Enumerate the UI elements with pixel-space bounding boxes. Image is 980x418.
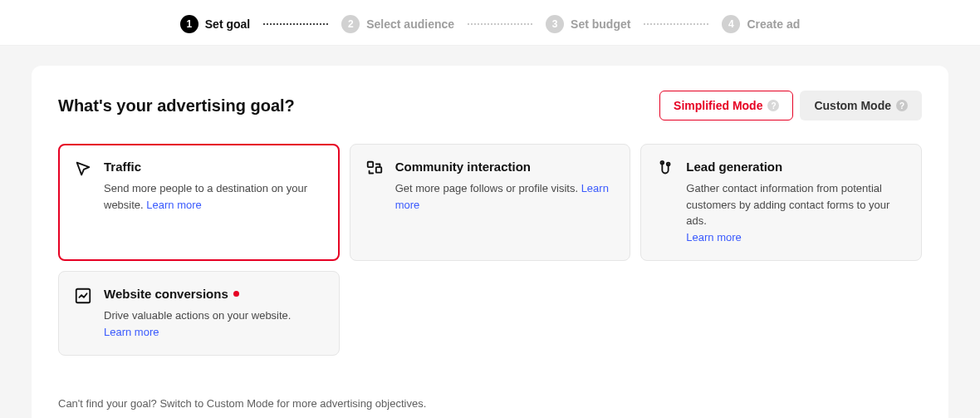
conversions-icon bbox=[74, 287, 92, 305]
help-icon[interactable]: ? bbox=[767, 100, 779, 111]
goal-title: Website conversions bbox=[104, 285, 228, 302]
step-number: 4 bbox=[722, 15, 740, 33]
goal-title: Traffic bbox=[104, 158, 324, 175]
goal-description: Send more people to a destination on you… bbox=[104, 180, 324, 213]
step-number: 2 bbox=[341, 15, 360, 33]
indicator-dot-icon bbox=[233, 291, 239, 297]
learn-more-link[interactable]: Learn more bbox=[146, 199, 201, 211]
step-create-ad[interactable]: 4 Create ad bbox=[722, 15, 800, 33]
goal-website-conversions[interactable]: Website conversions Drive valuable actio… bbox=[58, 271, 340, 356]
step-number: 3 bbox=[546, 15, 564, 33]
goal-description: Gather contact information from potentia… bbox=[686, 180, 906, 245]
mode-label: Custom Mode bbox=[814, 99, 891, 112]
step-set-budget[interactable]: 3 Set budget bbox=[546, 15, 630, 33]
goal-description: Drive valuable actions on your website.L… bbox=[104, 307, 324, 340]
step-label: Select audience bbox=[366, 17, 454, 31]
step-set-goal[interactable]: 1 Set goal bbox=[180, 15, 250, 33]
step-label: Set budget bbox=[571, 17, 630, 31]
svg-rect-0 bbox=[367, 162, 372, 167]
goal-lead-generation[interactable]: Lead generation Gather contact informati… bbox=[640, 144, 922, 261]
custom-mode-button[interactable]: Custom Mode ? bbox=[800, 91, 922, 120]
community-icon bbox=[365, 160, 384, 178]
step-label: Set goal bbox=[205, 17, 250, 31]
step-connector bbox=[468, 23, 532, 25]
step-connector bbox=[263, 23, 328, 25]
svg-rect-1 bbox=[375, 167, 380, 172]
learn-more-link[interactable]: Learn more bbox=[686, 231, 741, 243]
goal-title: Lead generation bbox=[686, 158, 906, 175]
goal-description: Get more page follows or profile visits.… bbox=[395, 180, 615, 213]
mode-toggle: Simplified Mode ? Custom Mode ? bbox=[659, 91, 922, 120]
page-body: What's your advertising goal? Simplified… bbox=[0, 46, 980, 418]
footer-note: Can't find your goal? Switch to Custom M… bbox=[58, 397, 922, 410]
goal-traffic[interactable]: Traffic Send more people to a destinatio… bbox=[58, 144, 340, 261]
goal-card: What's your advertising goal? Simplified… bbox=[32, 66, 948, 418]
goal-community-interaction[interactable]: Community interaction Get more page foll… bbox=[350, 144, 631, 261]
step-select-audience[interactable]: 2 Select audience bbox=[341, 15, 454, 33]
page-title: What's your advertising goal? bbox=[58, 96, 295, 116]
goal-title: Community interaction bbox=[395, 158, 615, 175]
learn-more-link[interactable]: Learn more bbox=[104, 326, 159, 338]
mode-label: Simplified Mode bbox=[674, 99, 762, 112]
step-number: 1 bbox=[180, 15, 198, 33]
lead-icon bbox=[656, 160, 674, 178]
step-connector bbox=[644, 23, 708, 25]
cursor-icon bbox=[74, 160, 92, 178]
step-label: Create ad bbox=[747, 17, 800, 31]
help-icon[interactable]: ? bbox=[896, 100, 908, 111]
simplified-mode-button[interactable]: Simplified Mode ? bbox=[659, 91, 793, 120]
stepper: 1 Set goal 2 Select audience 3 Set budge… bbox=[0, 0, 980, 46]
